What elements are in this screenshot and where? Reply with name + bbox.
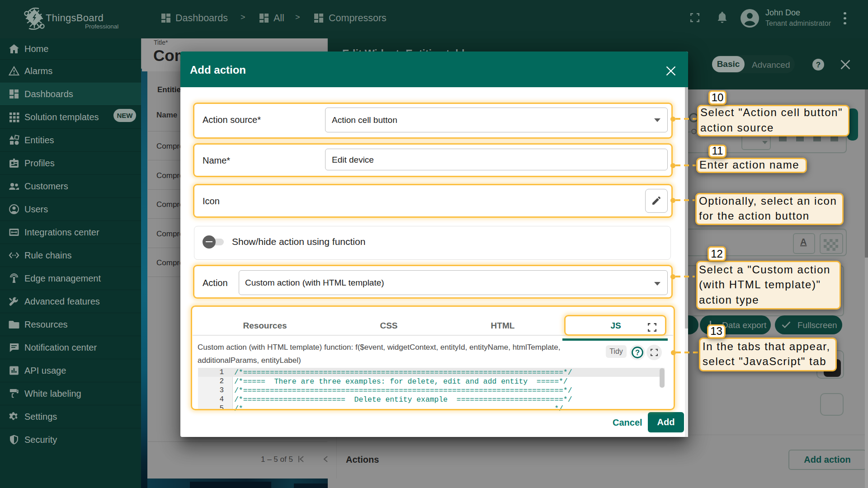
svg-text:?: ? bbox=[816, 61, 821, 69]
